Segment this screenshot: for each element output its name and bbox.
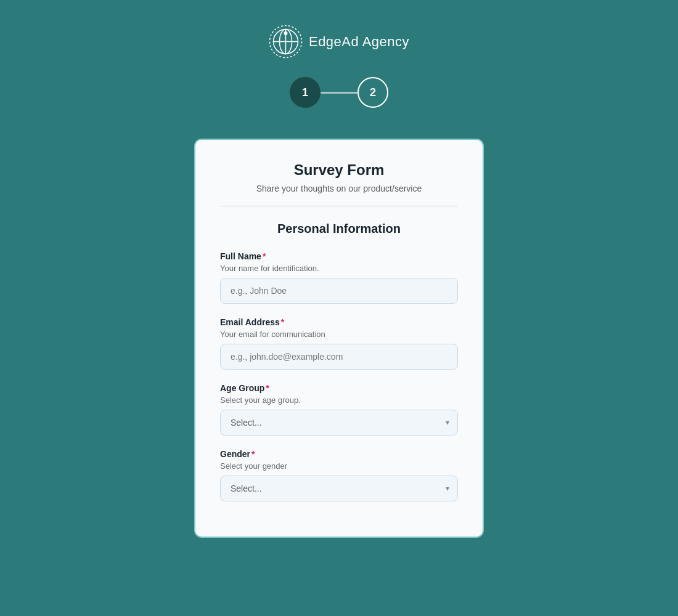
gender-label: Gender* — [220, 449, 458, 459]
step-2-label: 2 — [370, 86, 376, 99]
age-group-hint: Select your age group. — [220, 395, 458, 405]
gender-required: * — [251, 449, 255, 459]
logo-icon — [269, 25, 303, 59]
field-group-email: Email Address* Your email for communicat… — [220, 317, 458, 370]
gender-select-wrapper: Select... Male Female Non-binary Prefer … — [220, 476, 458, 501]
header: EdgeAd Agency 1 2 — [269, 0, 409, 126]
form-divider — [220, 206, 458, 206]
logo-area: EdgeAd Agency — [269, 25, 409, 59]
logo-text: EdgeAd Agency — [309, 34, 409, 50]
stepper: 1 2 — [290, 77, 388, 108]
email-input[interactable] — [220, 344, 458, 370]
form-subtitle: Share your thoughts on our product/servi… — [220, 184, 458, 193]
section-title: Personal Information — [220, 222, 458, 236]
email-required: * — [281, 317, 284, 327]
field-group-gender: Gender* Select your gender Select... Mal… — [220, 449, 458, 501]
age-group-select-wrapper: Select... Under 18 18-24 25-34 35-44 45-… — [220, 410, 458, 436]
full-name-hint: Your name for identification. — [220, 264, 458, 273]
age-group-select[interactable]: Select... Under 18 18-24 25-34 35-44 45-… — [220, 410, 458, 436]
form-card: Survey Form Share your thoughts on our p… — [194, 139, 484, 538]
full-name-input[interactable] — [220, 278, 458, 304]
field-group-full-name: Full Name* Your name for identification. — [220, 251, 458, 304]
age-group-label: Age Group* — [220, 383, 458, 393]
email-label: Email Address* — [220, 317, 458, 327]
form-title: Survey Form — [220, 161, 458, 179]
step-1-label: 1 — [302, 86, 308, 99]
step-connector — [321, 92, 357, 94]
step-1-circle[interactable]: 1 — [290, 77, 321, 108]
field-group-age-group: Age Group* Select your age group. Select… — [220, 383, 458, 436]
step-2-circle[interactable]: 2 — [357, 77, 388, 108]
svg-point-5 — [284, 31, 287, 35]
gender-hint: Select your gender — [220, 461, 458, 471]
email-hint: Your email for communication — [220, 330, 458, 339]
full-name-required: * — [263, 251, 266, 261]
gender-select[interactable]: Select... Male Female Non-binary Prefer … — [220, 476, 458, 501]
full-name-label: Full Name* — [220, 251, 458, 261]
age-group-required: * — [266, 383, 269, 393]
